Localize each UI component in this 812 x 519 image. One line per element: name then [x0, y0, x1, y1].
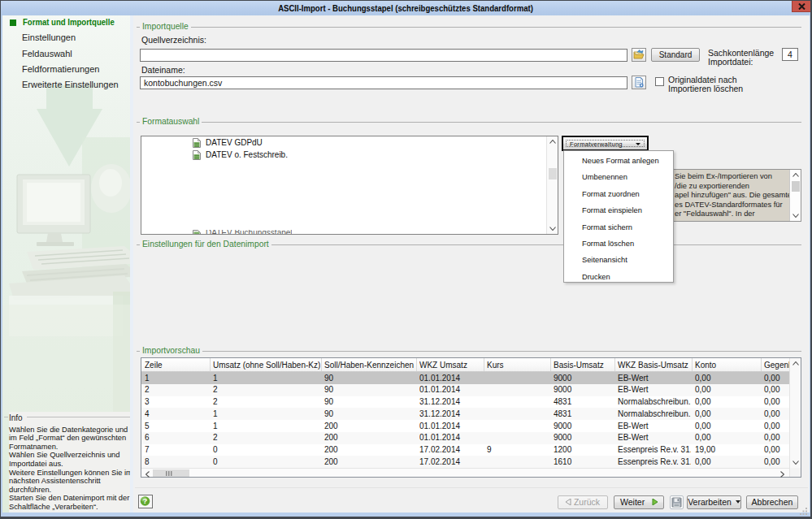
svg-text:?: ?	[143, 496, 148, 505]
